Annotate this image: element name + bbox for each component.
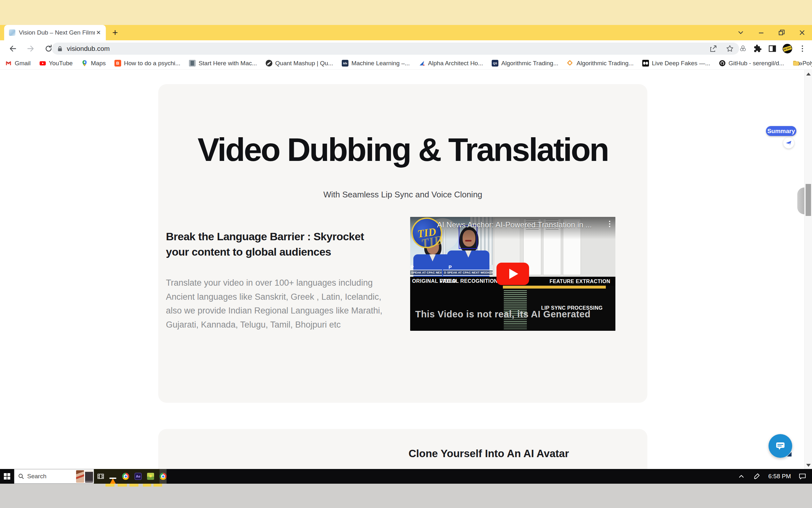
bookmark-gmail[interactable]: Gmail bbox=[5, 60, 31, 67]
tab-search-chevron-icon[interactable] bbox=[736, 28, 746, 37]
banner-prefix-left: P bbox=[411, 264, 414, 270]
address-bar[interactable]: visiondub.com bbox=[52, 43, 739, 55]
banner-prefix-right: P bbox=[448, 264, 452, 270]
start-button[interactable] bbox=[0, 469, 14, 484]
new-tab-button[interactable]: + bbox=[110, 28, 120, 37]
search-label: Search bbox=[27, 473, 46, 480]
browser-tab[interactable]: Vision Dub – Next Gen Filmmaki ✕ bbox=[4, 25, 106, 40]
media-player-app-icon[interactable] bbox=[97, 473, 104, 480]
page-title: Video Dubbing & Translation bbox=[158, 131, 648, 169]
minimize-icon[interactable] bbox=[756, 28, 766, 37]
chat-widget-button[interactable] bbox=[768, 434, 792, 458]
tray-chevron-up-icon[interactable] bbox=[737, 472, 745, 480]
bookmark-star-icon[interactable] bbox=[726, 44, 734, 53]
bookmark-algotrading-diamond[interactable]: Algorithmic Trading... bbox=[567, 60, 633, 67]
avatar-badge: 30 DAY bbox=[783, 45, 792, 51]
back-icon[interactable] bbox=[8, 44, 17, 53]
bookmark-github[interactable]: GitHub - serengil/d... bbox=[719, 60, 784, 67]
bookmark-algotrading-qs[interactable]: QS Algorithmic Trading... bbox=[492, 60, 558, 67]
hero-section: Video Dubbing & Translation With Seamles… bbox=[158, 84, 648, 403]
restore-icon[interactable] bbox=[777, 28, 786, 37]
page-thumbnail-icon bbox=[189, 60, 196, 67]
side-panel-icon[interactable] bbox=[768, 44, 777, 53]
search-highlight-image-2[interactable] bbox=[85, 470, 93, 483]
bookmark-live-deep-fakes[interactable]: Live Deep Fakes —... bbox=[642, 60, 710, 67]
system-tray: 6:58 PM bbox=[737, 469, 812, 484]
video-menu-icon[interactable] bbox=[609, 221, 610, 227]
action-center-icon[interactable] bbox=[799, 472, 806, 480]
taskbar-search[interactable]: Search bbox=[14, 469, 94, 484]
bookmark-alpha-architect[interactable]: Alpha Architect Ho... bbox=[419, 60, 483, 67]
chrome-menu-icon[interactable] bbox=[798, 44, 807, 53]
summary-plane-icon[interactable] bbox=[783, 137, 794, 149]
vlc-app-icon[interactable] bbox=[110, 473, 117, 480]
feature-heading: Break the Language Barrier : Skyrocket y… bbox=[166, 229, 396, 260]
address-bar-actions bbox=[709, 44, 734, 53]
page-scrollbar[interactable] bbox=[804, 70, 812, 469]
taskbar-spacer bbox=[165, 469, 737, 484]
tab-title: Vision Dub – Next Gen Filmmaki bbox=[19, 29, 95, 36]
after-effects-app-icon[interactable]: Ae bbox=[135, 473, 142, 480]
avatar-section-title: Clone Yourself Into An AI Avatar bbox=[409, 448, 569, 460]
alpha-architect-icon bbox=[419, 60, 425, 67]
taskbar-indicator bbox=[117, 484, 127, 486]
tds-icon: tds bbox=[342, 60, 348, 67]
share-icon[interactable] bbox=[709, 44, 717, 53]
bookmark-machine-learning[interactable]: tds Machine Learning –... bbox=[342, 60, 410, 67]
youtube-icon bbox=[39, 60, 46, 67]
blogger-icon: B bbox=[114, 60, 121, 67]
search-highlight-image-1[interactable] bbox=[76, 470, 84, 483]
media-circles-extension-icon[interactable] bbox=[738, 44, 748, 53]
windows-ink-pen-icon[interactable] bbox=[753, 472, 761, 480]
summary-badge[interactable]: Summary bbox=[766, 126, 796, 136]
bookmark-psychi[interactable]: B How to do a psychi... bbox=[114, 60, 180, 67]
youtube-play-button[interactable] bbox=[496, 263, 529, 285]
extensions-puzzle-icon[interactable] bbox=[753, 44, 762, 53]
bookmarks-bar: Gmail YouTube Maps B How to do a psychi.… bbox=[0, 57, 812, 70]
taskbar-indicator bbox=[105, 484, 114, 486]
forward-icon[interactable] bbox=[26, 44, 35, 53]
scrollbar-up-arrow-icon[interactable] bbox=[806, 73, 811, 76]
window-controls bbox=[736, 25, 809, 40]
taskbar-app-icons: Ae bbox=[94, 469, 165, 484]
screen: Vision Dub – Next Gen Filmmaki ✕ + bbox=[0, 0, 812, 508]
side-drag-handle[interactable] bbox=[797, 187, 804, 214]
page-subtitle: With Seamless Lip Sync and Voice Cloning bbox=[158, 190, 648, 200]
search-icon bbox=[18, 473, 24, 479]
diamond-icon bbox=[567, 60, 574, 67]
chrome-active-icon bbox=[159, 473, 166, 480]
tab-favicon-icon bbox=[9, 30, 15, 36]
bookmark-quant-mashup[interactable]: Quant Mashup | Qu... bbox=[266, 60, 333, 67]
photos-app-icon[interactable] bbox=[147, 473, 154, 480]
chrome-app-icon[interactable] bbox=[122, 473, 129, 480]
bottom-strip bbox=[0, 484, 812, 508]
scrollbar-down-arrow-icon[interactable] bbox=[806, 464, 811, 467]
bookmark-start-here[interactable]: Start Here with Mac... bbox=[189, 60, 257, 67]
url-text[interactable]: visiondub.com bbox=[67, 45, 709, 52]
scrollbar-thumb[interactable] bbox=[806, 184, 811, 216]
taskbar-indicator bbox=[130, 484, 138, 486]
qs-icon: QS bbox=[492, 60, 498, 67]
toolbar-extensions: 30 DAY bbox=[738, 40, 812, 57]
taskbar-clock[interactable]: 6:58 PM bbox=[768, 473, 791, 480]
tab-close-icon[interactable]: ✕ bbox=[95, 29, 102, 36]
bookmark-maps[interactable]: Maps bbox=[81, 60, 105, 67]
bookmark-youtube[interactable]: YouTube bbox=[39, 60, 73, 67]
profile-avatar[interactable]: 30 DAY bbox=[782, 44, 792, 53]
windows-logo-icon bbox=[4, 473, 10, 479]
maps-pin-icon bbox=[81, 60, 88, 67]
globe-icon bbox=[266, 60, 272, 67]
video-title[interactable]: AI News Anchor: AI-Powered Translation i… bbox=[437, 220, 597, 229]
lower-third-banner-right: D SPEAK AT CPAC NEXT WEEKEN bbox=[443, 270, 493, 276]
bookmarks-overflow-chevron[interactable]: » bbox=[798, 59, 802, 68]
youtube-embed[interactable]: P P SPEAK AT CPAC NEXT WEEKE D SPEAK AT … bbox=[410, 217, 615, 331]
github-icon bbox=[719, 60, 726, 67]
taskbar-indicator bbox=[143, 484, 151, 486]
lock-icon[interactable] bbox=[57, 46, 63, 52]
lower-third-banner-left: SPEAK AT CPAC NEXT WEEKE bbox=[410, 270, 442, 276]
page-viewport: Video Dubbing & Translation With Seamles… bbox=[0, 70, 812, 469]
search-highlight-images[interactable] bbox=[76, 470, 93, 483]
close-window-icon[interactable] bbox=[797, 28, 807, 37]
label-feature-extraction: FEATURE EXTRACTION bbox=[550, 279, 610, 284]
avatar-section: Clone Yourself Into An AI Avatar bbox=[158, 429, 648, 469]
